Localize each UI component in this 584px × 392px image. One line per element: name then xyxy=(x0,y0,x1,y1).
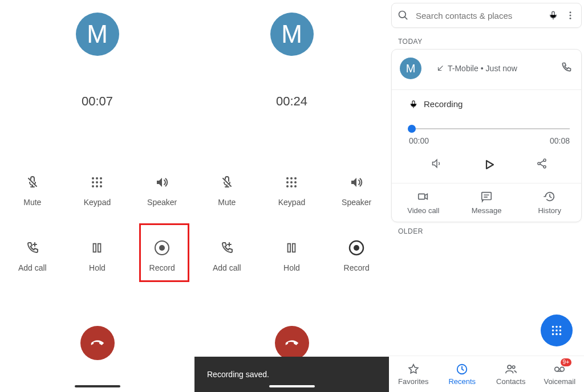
svg-point-49 xyxy=(555,367,559,371)
today-section-label: TODAY xyxy=(398,38,423,46)
contact-avatar-mini: M xyxy=(400,58,421,79)
end-call-icon xyxy=(283,334,301,352)
call-screen-1: M 00:07 Mute Keypad Speaker xyxy=(0,0,194,392)
add-call-button[interactable]: Add call xyxy=(0,222,65,288)
dialpad-icon xyxy=(90,173,104,192)
recording-progress[interactable] xyxy=(409,125,570,133)
svg-point-30 xyxy=(570,18,571,19)
voice-search-icon[interactable] xyxy=(548,10,558,21)
svg-point-7 xyxy=(96,185,98,187)
svg-point-44 xyxy=(555,333,558,336)
end-call-button[interactable] xyxy=(275,326,309,360)
play-button[interactable] xyxy=(482,158,496,174)
svg-point-4 xyxy=(96,181,98,183)
nav-favorites[interactable]: Favorites xyxy=(389,356,438,392)
svg-point-8 xyxy=(100,185,102,187)
nav-contacts[interactable]: Contacts xyxy=(486,356,536,392)
svg-point-38 xyxy=(555,326,558,328)
nav-favorites-label: Favorites xyxy=(398,377,428,386)
dialpad-icon xyxy=(550,324,563,337)
nav-recents[interactable]: Recents xyxy=(438,356,487,392)
call-log-card: M T-Mobile • Just now Recording xyxy=(391,49,582,222)
recording-title: Recording xyxy=(409,99,570,109)
message-button[interactable]: Message xyxy=(455,183,518,222)
more-icon[interactable] xyxy=(565,10,575,21)
speaker-icon xyxy=(155,173,169,192)
avatar-initial: M xyxy=(406,62,416,75)
call-timer: 00:24 xyxy=(194,94,389,109)
mute-button[interactable]: Mute xyxy=(194,157,259,222)
speaker-button[interactable]: Speaker xyxy=(324,157,389,222)
keypad-label: Keypad xyxy=(84,198,111,207)
contact-avatar: M xyxy=(76,13,119,56)
keypad-button[interactable]: Keypad xyxy=(259,157,325,222)
share-button[interactable] xyxy=(536,158,548,174)
add-call-icon xyxy=(220,238,234,258)
call-actions-row-1: Mute Keypad Speaker xyxy=(0,157,194,222)
add-call-icon xyxy=(26,238,39,258)
call-screen-2: M 00:24 Mute Keypad Speaker xyxy=(194,0,389,392)
record-label: Record xyxy=(344,263,370,272)
mute-button[interactable]: Mute xyxy=(0,157,65,222)
recording-saved-toast: Recording saved. xyxy=(194,357,389,392)
svg-point-42 xyxy=(559,329,562,332)
bottom-navigation: Favorites Recents Contacts Voicemail 9+ xyxy=(389,356,584,392)
mic-off-icon xyxy=(220,173,234,192)
svg-point-16 xyxy=(286,181,289,183)
nav-voicemail[interactable]: Voicemail 9+ xyxy=(536,356,585,392)
volume-button[interactable] xyxy=(431,158,443,174)
svg-point-45 xyxy=(559,333,562,336)
svg-rect-9 xyxy=(94,243,96,252)
keypad-button[interactable]: Keypad xyxy=(65,157,130,222)
svg-rect-35 xyxy=(419,194,425,199)
older-section-label: OLDER xyxy=(398,227,423,235)
svg-point-33 xyxy=(538,162,540,165)
add-call-button[interactable]: Add call xyxy=(194,222,259,288)
nav-handle[interactable] xyxy=(269,385,315,387)
star-icon xyxy=(407,363,420,375)
avatar-initial: M xyxy=(87,20,108,48)
search-bar[interactable] xyxy=(391,3,582,28)
svg-point-6 xyxy=(92,185,94,187)
svg-point-40 xyxy=(552,329,554,332)
people-icon xyxy=(505,363,517,375)
video-call-button[interactable]: Video call xyxy=(392,183,455,222)
hold-label: Hold xyxy=(89,263,106,272)
history-label: History xyxy=(538,206,561,215)
history-button[interactable]: History xyxy=(518,183,581,222)
recording-section: Recording 00:00 00:08 xyxy=(392,90,581,183)
svg-rect-36 xyxy=(482,193,492,200)
svg-point-1 xyxy=(96,177,98,179)
svg-point-47 xyxy=(508,365,511,369)
nav-handle[interactable] xyxy=(75,385,120,387)
svg-point-20 xyxy=(290,185,293,187)
message-label: Message xyxy=(472,206,502,215)
add-call-label: Add call xyxy=(18,263,47,272)
svg-point-21 xyxy=(294,185,297,187)
svg-point-14 xyxy=(290,177,293,179)
call-log-entry[interactable]: M T-Mobile • Just now xyxy=(392,50,581,89)
call-actions-row-2: Add call Hold Record xyxy=(194,222,389,288)
pause-icon xyxy=(285,238,298,258)
video-icon xyxy=(417,190,429,203)
dot-separator: • xyxy=(481,64,484,73)
time-text: Just now xyxy=(486,64,517,73)
end-call-button[interactable] xyxy=(80,326,115,360)
add-call-label: Add call xyxy=(213,263,241,272)
time-start: 00:00 xyxy=(409,136,429,145)
search-input[interactable] xyxy=(416,11,541,21)
hold-button[interactable]: Hold xyxy=(259,222,325,288)
record-button-active[interactable]: Record xyxy=(324,222,389,288)
svg-point-25 xyxy=(354,245,359,251)
progress-knob[interactable] xyxy=(408,125,416,133)
svg-point-41 xyxy=(555,329,558,332)
clock-icon xyxy=(456,363,468,375)
svg-point-50 xyxy=(560,367,564,371)
svg-point-18 xyxy=(294,181,297,183)
speaker-button[interactable]: Speaker xyxy=(129,157,194,222)
hold-button[interactable]: Hold xyxy=(65,222,130,288)
callback-button[interactable] xyxy=(561,62,572,75)
svg-rect-23 xyxy=(293,243,295,252)
svg-point-0 xyxy=(92,177,94,179)
dialpad-fab[interactable] xyxy=(541,315,573,346)
